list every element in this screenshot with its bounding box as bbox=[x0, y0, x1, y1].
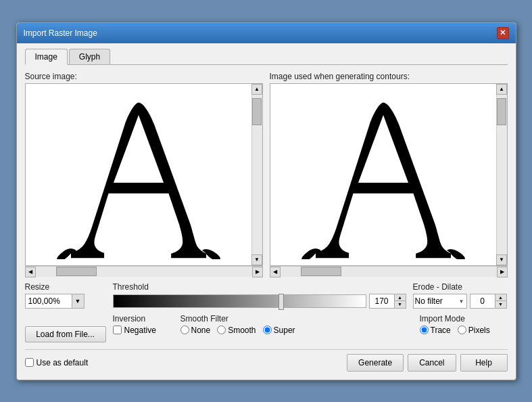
smooth-super-label[interactable]: Super bbox=[274, 326, 295, 335]
contour-vscroll-up[interactable]: ▲ bbox=[496, 84, 507, 95]
inversion-negative-label[interactable]: Negative bbox=[124, 326, 156, 335]
contour-vscroll-down[interactable]: ▼ bbox=[496, 254, 507, 265]
erode-dilate-group: Erode - Dilate No filter Erode Dilate ▲ bbox=[413, 282, 508, 309]
source-vscroll-thumb[interactable] bbox=[252, 98, 262, 125]
smooth-none-label[interactable]: None bbox=[191, 326, 211, 335]
tab-image[interactable]: Image bbox=[25, 49, 68, 65]
title-bar: Import Raster Image ✕ bbox=[17, 23, 516, 43]
smooth-super-option: Super bbox=[263, 326, 295, 335]
source-hscroll-left[interactable]: ◀ bbox=[25, 267, 36, 277]
source-vscroll-track[interactable] bbox=[252, 95, 262, 254]
erode-amount-input[interactable] bbox=[470, 294, 495, 309]
contour-image-vscrollbar[interactable]: ▲ ▼ bbox=[496, 84, 507, 265]
threshold-slider-handle[interactable] bbox=[279, 294, 284, 310]
contour-hscroll-left[interactable]: ◀ bbox=[270, 267, 281, 277]
contour-hscroll-thumb[interactable] bbox=[301, 267, 341, 276]
resize-input[interactable] bbox=[25, 294, 72, 309]
erode-spin-buttons: ▲ ▼ bbox=[495, 294, 507, 309]
erode-filter-select[interactable]: No filter Erode Dilate bbox=[413, 294, 467, 309]
source-image-hscrollbar[interactable]: ◀ ▶ bbox=[25, 266, 263, 277]
source-hscroll-right[interactable]: ▶ bbox=[252, 267, 263, 277]
source-image-scroll-area[interactable] bbox=[26, 84, 251, 265]
smooth-filter-radio-row: None Smooth Super bbox=[180, 326, 413, 335]
smooth-filter-label: Smooth Filter bbox=[180, 314, 413, 323]
cancel-button[interactable]: Cancel bbox=[408, 354, 456, 372]
threshold-spin-up[interactable]: ▲ bbox=[395, 294, 406, 301]
import-trace-label[interactable]: Trace bbox=[431, 326, 451, 335]
inversion-label: Inversion bbox=[113, 314, 174, 323]
bottom-row: Use as default Generate Cancel Help bbox=[25, 349, 508, 372]
contour-image-scroll-area[interactable] bbox=[270, 84, 496, 265]
source-image-label: Source image: bbox=[25, 72, 263, 81]
inversion-negative-checkbox[interactable] bbox=[113, 326, 122, 334]
load-from-file-button[interactable]: Load from File... bbox=[25, 326, 106, 342]
use-as-default-row: Use as default bbox=[25, 358, 89, 367]
source-image-vscrollbar[interactable]: ▲ ▼ bbox=[251, 84, 262, 265]
contour-image-hscrollbar[interactable]: ◀ ▶ bbox=[270, 266, 508, 277]
import-mode-group: Import Mode Trace Pixels bbox=[420, 314, 508, 335]
contour-hscroll-track[interactable] bbox=[281, 267, 497, 277]
source-image-panel: Source image: ▲ bbox=[25, 72, 263, 277]
import-pixels-label[interactable]: Pixels bbox=[468, 326, 490, 335]
import-pixels-radio[interactable] bbox=[458, 326, 466, 334]
erode-amount-box: ▲ ▼ bbox=[470, 294, 507, 309]
erode-filter-select-wrapper: No filter Erode Dilate bbox=[413, 294, 467, 309]
dialog-body: Image Glyph Source image: bbox=[17, 43, 516, 380]
threshold-spin-down[interactable]: ▼ bbox=[395, 301, 406, 308]
erode-spin-up[interactable]: ▲ bbox=[495, 294, 506, 301]
bottom-buttons: Generate Cancel Help bbox=[347, 354, 507, 372]
threshold-slider[interactable] bbox=[113, 294, 366, 308]
resize-dropdown-btn[interactable]: ▼ bbox=[72, 294, 84, 309]
import-trace-radio[interactable] bbox=[420, 326, 429, 334]
load-group: Load from File... bbox=[25, 314, 106, 342]
contour-hscroll-right[interactable]: ▶ bbox=[497, 267, 508, 277]
threshold-input[interactable] bbox=[369, 294, 395, 309]
contour-image-container: ▲ ▼ bbox=[270, 83, 508, 266]
tab-bar: Image Glyph bbox=[25, 49, 508, 65]
source-image-container: ▲ ▼ bbox=[25, 83, 263, 266]
threshold-spin-buttons: ▲ ▼ bbox=[395, 294, 406, 309]
import-trace-option: Trace bbox=[420, 326, 451, 335]
threshold-label: Threshold bbox=[113, 282, 406, 292]
resize-label: Resize bbox=[25, 282, 106, 292]
inversion-checkbox-row: Negative bbox=[113, 326, 174, 335]
source-vscroll-down[interactable]: ▼ bbox=[251, 254, 262, 265]
contour-image-panel: Image used when generating contours: ▲ bbox=[270, 72, 508, 277]
threshold-group: Threshold ▲ ▼ bbox=[113, 282, 406, 309]
controls-row-2: Load from File... Inversion Negative Smo… bbox=[25, 314, 508, 342]
use-as-default-label[interactable]: Use as default bbox=[37, 358, 89, 367]
source-hscroll-track[interactable] bbox=[36, 267, 252, 277]
smooth-none-option: None bbox=[180, 326, 211, 335]
source-hscroll-thumb[interactable] bbox=[56, 267, 97, 276]
dialog-title: Import Raster Image bbox=[24, 28, 97, 38]
help-button[interactable]: Help bbox=[460, 354, 508, 372]
smooth-none-radio[interactable] bbox=[180, 326, 189, 334]
contour-vscroll-track[interactable] bbox=[497, 95, 507, 254]
close-button[interactable]: ✕ bbox=[497, 27, 509, 39]
smooth-filter-group: Smooth Filter None Smooth Super bbox=[180, 314, 413, 335]
generate-button[interactable]: Generate bbox=[347, 354, 404, 372]
erode-dilate-label: Erode - Dilate bbox=[413, 282, 508, 292]
smooth-smooth-radio[interactable] bbox=[217, 326, 226, 334]
images-row: Source image: ▲ bbox=[25, 72, 508, 277]
contour-image-svg bbox=[299, 90, 468, 259]
smooth-smooth-label[interactable]: Smooth bbox=[228, 326, 256, 335]
import-mode-label: Import Mode bbox=[420, 314, 508, 323]
smooth-smooth-option: Smooth bbox=[217, 326, 256, 335]
contour-vscroll-thumb[interactable] bbox=[497, 98, 506, 125]
import-raster-dialog: Import Raster Image ✕ Image Glyph Source… bbox=[16, 22, 516, 380]
source-vscroll-up[interactable]: ▲ bbox=[251, 84, 262, 95]
controls-row-1: Resize ▼ Threshold ▲ ▼ bbox=[25, 282, 508, 309]
use-as-default-checkbox[interactable] bbox=[25, 358, 34, 367]
smooth-super-radio[interactable] bbox=[263, 326, 272, 334]
threshold-slider-row: ▲ ▼ bbox=[113, 294, 406, 309]
source-image-svg bbox=[54, 90, 223, 259]
tab-glyph[interactable]: Glyph bbox=[69, 49, 110, 64]
contour-image-label: Image used when generating contours: bbox=[270, 72, 508, 81]
import-mode-radio-row: Trace Pixels bbox=[420, 326, 508, 335]
erode-dilate-row: No filter Erode Dilate ▲ ▼ bbox=[413, 294, 508, 309]
erode-spin-down[interactable]: ▼ bbox=[495, 301, 506, 308]
resize-select-wrapper: ▼ bbox=[25, 294, 106, 309]
threshold-value-box: ▲ ▼ bbox=[369, 294, 406, 309]
inversion-group: Inversion Negative bbox=[113, 314, 174, 335]
